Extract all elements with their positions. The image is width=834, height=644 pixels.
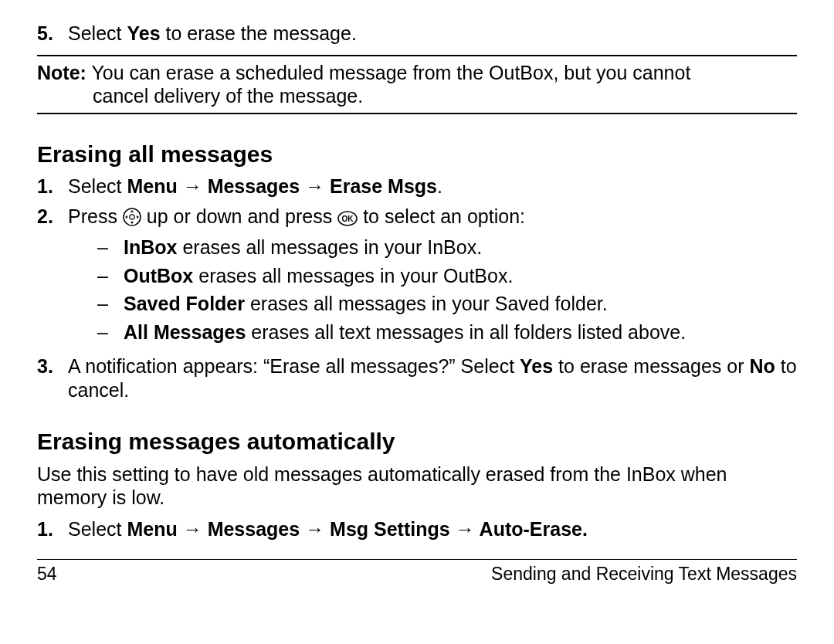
arrow-icon: → bbox=[300, 518, 330, 540]
sectionB-intro: Use this setting to have old messages au… bbox=[37, 463, 797, 510]
sectionA-step3: 3. A notification appears: “Erase all me… bbox=[37, 354, 797, 402]
step-5: 5. Select Yes to erase the message. bbox=[37, 22, 797, 46]
text: to select an option: bbox=[363, 205, 525, 227]
text: . bbox=[437, 175, 442, 197]
text: Select bbox=[68, 175, 127, 197]
menu-path-menu: Menu bbox=[127, 518, 177, 540]
text: Press bbox=[68, 205, 123, 227]
option-term: InBox bbox=[124, 236, 177, 258]
text: Select bbox=[68, 518, 127, 540]
dash-bullet: – bbox=[97, 320, 124, 344]
sectionB-step1: 1. Select Menu → Messages → Msg Settings… bbox=[37, 517, 797, 541]
option-list: – InBox erases all messages in your InBo… bbox=[68, 236, 797, 344]
step-number: 3. bbox=[37, 354, 68, 402]
step-body: Press up or down and press OK to bbox=[68, 205, 797, 349]
arrow-icon: → bbox=[178, 175, 208, 197]
yes-label: Yes bbox=[520, 355, 553, 377]
dash-bullet: – bbox=[97, 236, 124, 259]
option-desc: erases all messages in your Saved folder… bbox=[245, 293, 608, 314]
option-body: Saved Folder erases all messages in your… bbox=[124, 292, 608, 316]
menu-path-msg-settings: Msg Settings bbox=[330, 518, 450, 540]
menu-path-auto-erase: Auto-Erase. bbox=[480, 518, 588, 540]
text: A notification appears: “Erase all messa… bbox=[68, 355, 520, 377]
menu-path-menu: Menu bbox=[127, 175, 177, 197]
page-number: 54 bbox=[37, 563, 57, 585]
menu-path-messages: Messages bbox=[208, 518, 300, 540]
option-body: InBox erases all messages in your InBox. bbox=[124, 236, 482, 259]
sectionA-step1: 1. Select Menu → Messages → Erase Msgs. bbox=[37, 175, 797, 198]
dash-bullet: – bbox=[97, 292, 124, 316]
step-number: 1. bbox=[37, 517, 68, 541]
step-number: 2. bbox=[37, 205, 68, 349]
arrow-icon: → bbox=[300, 175, 330, 197]
chapter-title: Sending and Receiving Text Messages bbox=[491, 563, 797, 585]
option-body: OutBox erases all messages in your OutBo… bbox=[124, 264, 513, 288]
note-line1: Note: You can erase a scheduled message … bbox=[37, 61, 797, 85]
option-term: Saved Folder bbox=[124, 293, 245, 314]
option-body: All Messages erases all text messages in… bbox=[124, 320, 686, 344]
arrow-icon: → bbox=[178, 518, 208, 540]
text: up or down and press bbox=[147, 205, 337, 227]
manual-page: 5. Select Yes to erase the message. Note… bbox=[0, 0, 834, 585]
menu-path-erase: Erase Msgs bbox=[330, 175, 437, 197]
option-term: All Messages bbox=[124, 321, 246, 343]
heading-erasing-auto: Erasing messages automatically bbox=[37, 428, 797, 456]
step-body: Select Menu → Messages → Erase Msgs. bbox=[68, 175, 797, 198]
note-block: Note: You can erase a scheduled message … bbox=[37, 55, 797, 114]
yes-label: Yes bbox=[127, 22, 160, 44]
option-inbox: – InBox erases all messages in your InBo… bbox=[97, 236, 797, 259]
option-outbox: – OutBox erases all messages in your Out… bbox=[97, 264, 797, 288]
text: to erase the message. bbox=[161, 22, 357, 44]
svg-text:OK: OK bbox=[342, 215, 354, 223]
step-number: 1. bbox=[37, 175, 68, 198]
step-body: Select Menu → Messages → Msg Settings → … bbox=[68, 517, 797, 541]
option-desc: erases all messages in your OutBox. bbox=[193, 265, 513, 286]
dash-bullet: – bbox=[97, 264, 124, 288]
note-label: Note: bbox=[37, 62, 86, 83]
ok-key-icon: OK bbox=[337, 208, 358, 232]
option-desc: erases all text messages in all folders … bbox=[246, 321, 686, 343]
text: to erase messages or bbox=[553, 355, 749, 377]
note-line2: cancel delivery of the message. bbox=[93, 84, 797, 108]
svg-point-1 bbox=[130, 214, 134, 219]
step-body: A notification appears: “Erase all messa… bbox=[68, 354, 797, 402]
text: Select bbox=[68, 22, 127, 44]
arrow-icon: → bbox=[450, 518, 480, 540]
note-text: You can erase a scheduled message from t… bbox=[86, 62, 690, 83]
nav-key-icon bbox=[123, 208, 141, 232]
option-term: OutBox bbox=[124, 265, 193, 286]
step-body: Select Yes to erase the message. bbox=[68, 22, 797, 46]
no-label: No bbox=[749, 355, 775, 377]
option-desc: erases all messages in your InBox. bbox=[177, 236, 482, 258]
option-saved-folder: – Saved Folder erases all messages in yo… bbox=[97, 292, 797, 316]
sectionA-step2: 2. Press up or down and press OK bbox=[37, 205, 797, 349]
menu-path-messages: Messages bbox=[208, 175, 300, 197]
page-footer: 54 Sending and Receiving Text Messages bbox=[37, 559, 797, 585]
step-number: 5. bbox=[37, 22, 68, 46]
option-all-messages: – All Messages erases all text messages … bbox=[97, 320, 797, 344]
heading-erasing-all: Erasing all messages bbox=[37, 141, 797, 169]
